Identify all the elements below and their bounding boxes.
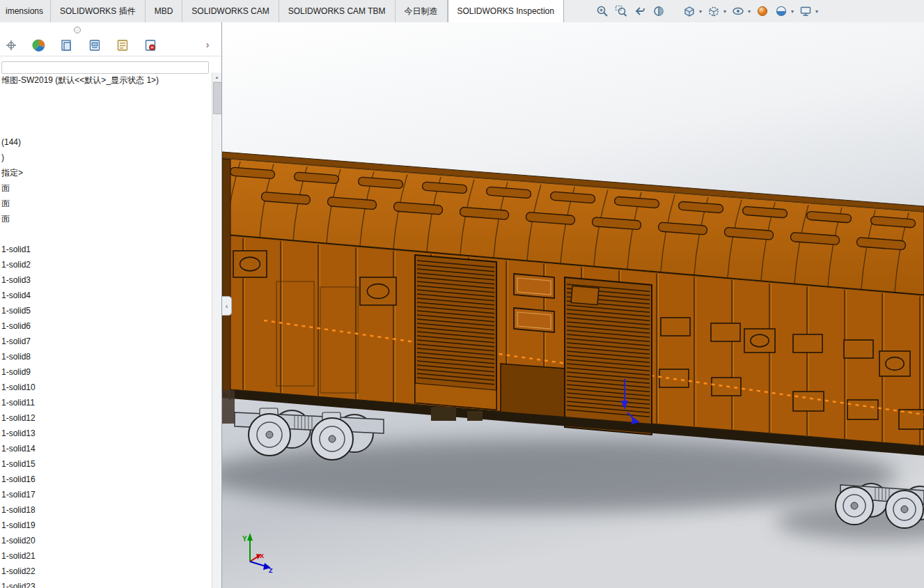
tree-item[interactable]: ): [0, 150, 209, 165]
tree-item-solid[interactable]: 1-solid1: [0, 242, 209, 257]
tree-item-solid[interactable]: 1-solid9: [0, 364, 209, 380]
tree-item-solid[interactable]: 1-solid6: [0, 318, 209, 334]
triad-y-label: Y: [242, 535, 247, 543]
tree-item[interactable]: 指定>: [0, 165, 209, 180]
apply-scene-icon[interactable]: [774, 4, 788, 18]
solidworks-app: { "ribbon_tabs": [ {"label": "imensions"…: [0, 0, 924, 588]
panel-expand-chevron-icon[interactable]: ›: [202, 39, 213, 50]
panel-collapse-tab[interactable]: ‹: [222, 296, 232, 316]
hide-show-items-icon[interactable]: [731, 4, 745, 18]
displaymanager-tab-icon[interactable]: [114, 37, 131, 54]
tree-item-solid[interactable]: 1-solid12: [0, 410, 209, 426]
dimxpertmanager-tab-icon[interactable]: [86, 37, 103, 54]
heads-up-view-toolbar: ▾ ▾ ▾ ▾ ▾: [595, 4, 818, 18]
tree-item-solid[interactable]: 1-solid13: [0, 426, 209, 441]
display-style-icon[interactable]: [707, 4, 721, 18]
graphics-viewport[interactable]: ‹: [222, 22, 924, 588]
view-settings-icon[interactable]: [799, 4, 813, 18]
zoom-fit-icon[interactable]: [595, 4, 609, 18]
inspection-manager-tab-icon[interactable]: [142, 37, 159, 54]
triad-z-label: Z: [269, 567, 273, 574]
apply-scene-caret-icon[interactable]: ▾: [791, 8, 794, 15]
triad-x-label: X: [260, 552, 264, 559]
tree-item[interactable]: (144): [0, 134, 209, 150]
tree-item-solid[interactable]: 1-solid20: [0, 533, 209, 548]
tree-item-solid[interactable]: 1-solid19: [0, 518, 209, 533]
tab-today-manufacturing[interactable]: 今日制造: [396, 0, 448, 22]
feature-tree-group-solids: 1-solid11-solid21-solid31-solid41-solid5…: [0, 242, 209, 588]
view-orientation-icon[interactable]: [682, 4, 696, 18]
ribbon-tab-bar: imensions SOLIDWORKS 插件 MBD SOLIDWORKS C…: [0, 0, 924, 23]
featuremanager-tab-icon[interactable]: [3, 37, 19, 54]
tree-item-solid[interactable]: 1-solid5: [0, 303, 209, 318]
configurationmanager-tab-icon[interactable]: [58, 37, 75, 54]
tab-dimensions[interactable]: imensions: [0, 0, 51, 22]
panel-splitter-handle[interactable]: [74, 26, 81, 33]
tree-item-solid[interactable]: 1-solid3: [0, 272, 209, 288]
tab-solidworks-cam-tbm[interactable]: SOLIDWORKS CAM TBM: [279, 0, 396, 22]
propertymanager-tab-icon[interactable]: [31, 37, 47, 54]
previous-view-icon[interactable]: [633, 4, 647, 18]
panel-vertical-scrollbar[interactable]: ▲: [212, 72, 221, 588]
tree-item-solid[interactable]: 1-solid2: [0, 257, 209, 272]
manager-tab-bar: [0, 35, 222, 56]
tree-item-solid[interactable]: 1-solid18: [0, 502, 209, 518]
tree-item-solid[interactable]: 1-solid23: [0, 579, 209, 588]
section-view-icon[interactable]: [652, 4, 666, 18]
feature-manager-panel: › 维图-SW2019 (默认<<默认>_显示状态 1>) (144))指定>面…: [0, 22, 222, 588]
tree-item[interactable]: 面: [0, 211, 209, 226]
tab-solidworks-addins[interactable]: SOLIDWORKS 插件: [51, 0, 146, 22]
view-settings-caret-icon[interactable]: ▾: [815, 8, 818, 15]
edit-appearance-icon[interactable]: [755, 4, 769, 18]
view-orientation-caret-icon[interactable]: ▾: [699, 8, 702, 15]
tree-item[interactable]: 面: [0, 196, 209, 211]
left-sliding-door[interactable]: [415, 255, 496, 410]
hide-show-caret-icon[interactable]: ▾: [748, 8, 751, 15]
scrollbar-up-arrow-icon[interactable]: ▲: [212, 72, 221, 82]
doorway-recess: [501, 364, 565, 419]
tree-item-solid[interactable]: 1-solid7: [0, 334, 209, 349]
zoom-area-icon[interactable]: [614, 4, 628, 18]
tree-item-solid[interactable]: 1-solid11: [0, 395, 209, 410]
tree-item-solid[interactable]: 1-solid16: [0, 472, 209, 487]
right-sliding-door[interactable]: [565, 277, 652, 435]
tree-item-solid[interactable]: 1-solid17: [0, 487, 209, 502]
tree-item-solid[interactable]: 1-solid8: [0, 349, 209, 364]
feature-tree-group-top: (144))指定>面面面: [0, 134, 209, 226]
tab-solidworks-inspection[interactable]: SOLIDWORKS Inspection: [448, 0, 564, 23]
tree-item-solid[interactable]: 1-solid4: [0, 288, 209, 303]
scrollbar-thumb[interactable]: [213, 82, 222, 114]
feature-tree-root[interactable]: 维图-SW2019 (默认<<默认>_显示状态 1>): [1, 72, 159, 88]
display-style-caret-icon[interactable]: ▾: [723, 8, 726, 15]
boxcar-3d-model[interactable]: Y X Z: [222, 22, 924, 588]
tree-item-solid[interactable]: 1-solid15: [0, 456, 209, 472]
tree-item-solid[interactable]: 1-solid22: [0, 564, 209, 579]
tab-mbd[interactable]: MBD: [146, 0, 183, 22]
tab-solidworks-cam[interactable]: SOLIDWORKS CAM: [182, 0, 279, 22]
tree-item[interactable]: 面: [0, 180, 209, 196]
tree-item-solid[interactable]: 1-solid14: [0, 441, 209, 456]
tree-item-solid[interactable]: 1-solid10: [0, 380, 209, 395]
tree-item-solid[interactable]: 1-solid21: [0, 548, 209, 564]
